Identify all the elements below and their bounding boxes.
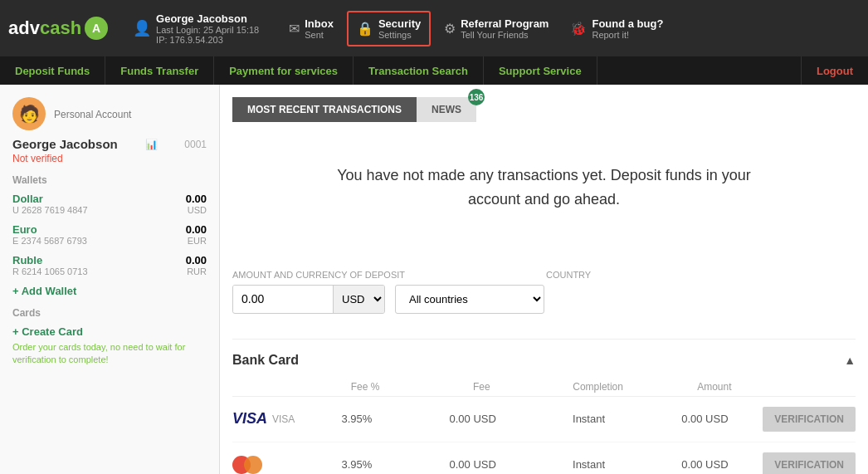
nav-transactions[interactable]: Transaction Search [354, 56, 484, 85]
bank-card-section: Bank Card ▲ Fee % Fee Completion Amount … [232, 339, 856, 474]
referral-icon: ⚙ [444, 21, 456, 37]
wallet-euro-name[interactable]: Euro [12, 223, 87, 236]
referral-nav-item[interactable]: ⚙ Referral Program Tell Your Friends [436, 12, 557, 45]
bug-title: Found a bug? [592, 17, 663, 30]
currency-select[interactable]: USD EUR RUR [333, 286, 384, 313]
wallet-dollar-currency: USD [186, 205, 207, 215]
news-badge-count: 136 [468, 89, 485, 105]
security-nav-item[interactable]: 🔒 Security Settings [347, 11, 431, 46]
wallet-euro-amount: 0.00 [186, 223, 207, 236]
empty-state: You have not made any transactions yet. … [295, 139, 793, 237]
wallet-euro-currency: EUR [186, 236, 207, 246]
visa-fee: 0.00 USD [415, 413, 531, 425]
mastercard-row: 3.95% 0.00 USD Instant 0.00 USD Verifica… [232, 442, 856, 474]
nav-support[interactable]: Support Service [484, 56, 597, 85]
visa-label: VISA [272, 413, 295, 425]
user-ip: IP: 176.9.54.203 [156, 35, 259, 45]
bug-sub: Report it! [592, 30, 663, 40]
bug-nav-item[interactable]: 🐞 Found a bug? Report it! [562, 12, 671, 45]
visa-logo: VISA [232, 410, 267, 428]
country-select[interactable]: All countries [395, 285, 544, 314]
visa-fee-pct: 3.95% [299, 413, 415, 425]
add-wallet-link[interactable]: + Add Wallet [12, 285, 207, 297]
profile-section: 🧑 Personal Account [12, 97, 207, 130]
wallets-label: Wallets [12, 174, 207, 186]
inbox-nav-item[interactable]: ✉ Inbox Sent [280, 12, 342, 45]
referral-title: Referral Program [461, 17, 549, 30]
user-info-item: 👤 George Jacobson Last Login: 25 April 1… [124, 7, 267, 50]
logo[interactable]: advcash A [8, 17, 108, 40]
tab-transactions[interactable]: Most Recent Transactions [232, 97, 417, 122]
nav-transfer[interactable]: Funds Transfer [105, 56, 214, 85]
mc-completion: Instant [531, 458, 647, 471]
user-avatar-icon: 👤 [133, 19, 151, 37]
col-amount: Amount [656, 381, 773, 393]
logo-adv: adv [8, 17, 40, 38]
card-promo-text: Order your cards today, no need to wait … [12, 341, 207, 367]
mc-verify-btn[interactable]: Verification [763, 452, 856, 474]
amount-input-wrapper: USD EUR RUR [232, 285, 385, 314]
avatar: 🧑 [12, 97, 46, 130]
header: advcash A 👤 George Jacobson Last Login: … [0, 0, 868, 56]
col-fee: Fee [423, 381, 539, 393]
deposit-labels: Amount and Currency of Deposit Country [232, 270, 856, 280]
stats-icon: 📊 [145, 139, 158, 150]
nav-payment[interactable]: Payment for services [214, 56, 354, 85]
tabs-bar: Most Recent Transactions News 136 [232, 97, 856, 122]
inbox-title: Inbox [305, 17, 334, 30]
visa-completion: Instant [531, 413, 647, 425]
col-fee-pct: Fee % [307, 381, 423, 393]
security-sub: Settings [378, 30, 421, 40]
main-panel: Most Recent Transactions News 136 You ha… [220, 85, 868, 474]
wallet-euro: Euro E 2374 5687 6793 0.00 EUR [12, 223, 207, 246]
cards-label: Cards [12, 307, 207, 319]
user-name: George Jacobson [156, 12, 247, 25]
logo-cash: cash [40, 17, 81, 38]
not-verified-badge[interactable]: Not verified [12, 153, 207, 164]
wallet-ruble: Ruble R 6214 1065 0713 0.00 RUR [12, 254, 207, 276]
amount-label: Amount and Currency of Deposit [232, 270, 405, 280]
navbar: Deposit Funds Funds Transfer Payment for… [0, 56, 868, 85]
bank-card-header: Bank Card ▲ [232, 353, 856, 368]
logout-link[interactable]: Logout [801, 56, 868, 85]
wallet-dollar: Dollar U 2628 7619 4847 0.00 USD [12, 193, 207, 215]
mc-circle-orange [244, 456, 262, 474]
nav-deposit[interactable]: Deposit Funds [0, 56, 105, 85]
collapse-icon[interactable]: ▲ [844, 354, 856, 367]
wallet-ruble-name[interactable]: Ruble [12, 254, 88, 266]
visa-verify-btn[interactable]: Verification [763, 407, 856, 432]
visa-logo-cell: VISA VISA [232, 410, 299, 428]
wallet-ruble-id: R 6214 1065 0713 [12, 266, 88, 276]
mc-fee: 0.00 USD [415, 458, 531, 471]
wallet-ruble-currency: RUR [186, 266, 207, 276]
user-last-login: Last Login: 25 April 15:18 [156, 25, 259, 35]
main-content: 🧑 Personal Account George Jacobson 📊 000… [0, 85, 868, 474]
create-card-link[interactable]: + Create Card [12, 325, 207, 338]
country-label: Country [546, 270, 591, 280]
mc-fee-pct: 3.95% [299, 458, 415, 471]
bug-icon: 🐞 [570, 21, 587, 37]
news-tab-wrapper: News 136 [417, 97, 476, 122]
mastercard-logo-cell [232, 456, 299, 474]
security-title: Security [378, 17, 421, 30]
wallet-euro-id: E 2374 5687 6793 [12, 236, 87, 246]
logo-icon: A [85, 17, 108, 40]
deposit-section: Amount and Currency of Deposit Country U… [232, 253, 856, 314]
account-label: Personal Account [54, 109, 131, 120]
security-icon: 🔒 [357, 21, 373, 37]
referral-sub: Tell Your Friends [461, 30, 549, 40]
visa-amount: 0.00 USD [646, 413, 763, 425]
sidebar-user-name: George Jacobson [12, 137, 118, 151]
wallet-dollar-amount: 0.00 [186, 193, 207, 205]
inbox-icon: ✉ [289, 21, 300, 37]
amount-input[interactable] [233, 286, 333, 312]
wallet-dollar-name[interactable]: Dollar [12, 193, 88, 205]
empty-message: You have not made any transactions yet. … [337, 167, 751, 208]
header-nav: 👤 George Jacobson Last Login: 25 April 1… [124, 7, 860, 50]
deposit-inputs: USD EUR RUR All countries [232, 285, 856, 314]
sidebar: 🧑 Personal Account George Jacobson 📊 000… [0, 85, 220, 474]
tab-news[interactable]: News [417, 97, 476, 122]
col-completion: Completion [540, 381, 656, 393]
wallet-ruble-amount: 0.00 [186, 254, 207, 266]
visa-row: VISA VISA 3.95% 0.00 USD Instant 0.00 US… [232, 397, 856, 442]
